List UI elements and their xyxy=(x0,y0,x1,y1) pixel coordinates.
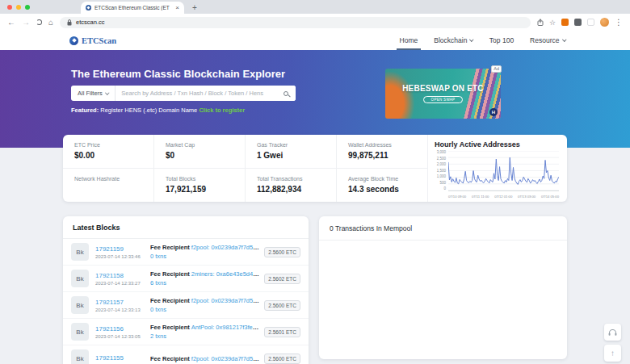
nav-item-label: Top 100 xyxy=(489,36,514,44)
hero-section: The Ethereum Classic Blockchain Explorer… xyxy=(0,50,630,148)
bookmark-star-icon[interactable]: ☆ xyxy=(549,19,556,27)
fee-recipient-link[interactable]: f2pool: 0x0239da7f7d5af4c... xyxy=(191,244,259,251)
search-button[interactable] xyxy=(276,86,296,101)
main-nav: Home Blockchain Top 100 Resource xyxy=(400,31,565,50)
x-tick-label: 07/10 09:00 xyxy=(448,195,466,199)
new-tab-button[interactable]: + xyxy=(192,3,197,14)
etcscan-logo-text: ETCScan xyxy=(82,36,116,45)
profile-avatar[interactable] xyxy=(600,18,609,27)
nav-item-label: Resource xyxy=(530,36,559,44)
x-tick-label: 07/11 11:00 xyxy=(472,195,489,199)
featured-register-link[interactable]: Click to register xyxy=(199,107,245,114)
stat-cell: Wallet Addresses 99,875,211 xyxy=(337,135,428,169)
page-title: The Ethereum Classic Blockchain Explorer xyxy=(71,68,285,80)
block-timestamp: 2023-07-14 12:33:13 xyxy=(95,308,147,312)
block-number-link[interactable]: 17921155 xyxy=(95,354,147,362)
fee-recipient-label: Fee Recipient xyxy=(150,297,191,304)
chrome-menu-icon[interactable]: ⋮ xyxy=(615,19,623,27)
headset-icon xyxy=(608,328,617,337)
stat-label: Market Cap xyxy=(166,142,242,148)
block-txns-link[interactable]: 0 txns xyxy=(150,306,259,313)
fee-recipient-link[interactable]: f2pool: 0x0239da7f7d5af4c... xyxy=(191,355,259,362)
block-row: Bk 17921159 2023-07-14 12:33:46 Fee Reci… xyxy=(63,239,309,266)
stat-cell: Market Cap $0 xyxy=(154,135,246,169)
block-reward-badge: 2.5600 ETC xyxy=(264,354,300,364)
browser-tab-strip: ETCScan Ethereum Classic (ET × + xyxy=(0,0,630,14)
chart-x-axis: 07/10 09:0007/11 11:0007/12 01:0007/13 0… xyxy=(448,191,559,199)
chart-y-axis: 3,0002,5002,0001,5001,0005000 xyxy=(435,151,448,199)
stat-value: 17,921,159 xyxy=(166,185,242,194)
block-txns-link[interactable]: 6 txns xyxy=(150,279,259,287)
block-icon: Bk xyxy=(71,243,89,261)
fee-recipient-label: Fee Recipient xyxy=(150,270,191,278)
latest-blocks-title: Latest Blocks xyxy=(63,216,309,239)
window-controls[interactable] xyxy=(7,5,30,10)
hourly-active-addresses-chart: Hourly Active Addresses 3,0002,5002,0001… xyxy=(428,135,567,202)
stat-label: Gas Tracker xyxy=(257,142,333,148)
sidebar-icon[interactable] xyxy=(587,19,594,26)
hebeswap-logo: H xyxy=(489,108,498,116)
nav-item-top-100[interactable]: Top 100 xyxy=(489,31,514,50)
chart-title: Hourly Active Addresses xyxy=(435,140,559,149)
open-swap-button[interactable]: OPEN SWAP xyxy=(423,96,464,103)
reload-icon[interactable] xyxy=(36,19,42,25)
ad-badge: Ad xyxy=(491,65,502,73)
fee-recipient-label: Fee Recipient xyxy=(150,244,191,251)
block-txns-link[interactable]: 0 txns xyxy=(150,253,259,260)
block-icon: Bk xyxy=(71,296,89,314)
latest-blocks-panel: Latest Blocks Bk 17921159 2023-07-14 12:… xyxy=(63,216,309,364)
url-bar[interactable]: etcscan.cc xyxy=(60,17,531,28)
close-tab-icon[interactable]: × xyxy=(175,5,179,11)
home-icon[interactable]: ⌂ xyxy=(48,19,53,27)
stat-label: ETC Price xyxy=(74,142,150,148)
chevron-down-icon xyxy=(562,38,566,42)
stat-value: $0.00 xyxy=(74,151,150,160)
fee-recipient-link[interactable]: f2pool: 0x0239da7f7d5af4c... xyxy=(191,297,259,304)
stat-label: Average Block Time xyxy=(348,176,424,182)
nav-item-blockchain[interactable]: Blockchain xyxy=(434,31,473,50)
fee-recipient-link[interactable]: AntPool: 0x981217f3fec2cd... xyxy=(191,324,259,331)
stat-value: 99,875,211 xyxy=(348,151,424,160)
extension-icon[interactable] xyxy=(561,19,569,26)
block-number-link[interactable]: 17921156 xyxy=(95,325,147,333)
fee-recipient-link[interactable]: 2miners: 0xa6e43e5d497ce... xyxy=(191,270,259,278)
etcscan-logo[interactable]: ETCScan xyxy=(69,31,116,50)
block-timestamp: 2023-07-14 12:33:05 xyxy=(95,334,147,339)
y-tick-label: 2,000 xyxy=(437,163,446,167)
forward-icon[interactable]: → xyxy=(22,19,30,27)
x-tick-label: 07/14 05:00 xyxy=(541,195,559,199)
back-to-top-button[interactable]: ↑ xyxy=(604,345,621,362)
search-input[interactable] xyxy=(116,90,276,97)
hebeswap-ad-banner[interactable]: HEBESWAP ON ETC OPEN SWAP H xyxy=(385,69,501,119)
all-filters-dropdown[interactable]: All Filters xyxy=(71,86,116,101)
block-reward-badge: 2.5602 ETC xyxy=(264,274,300,284)
share-icon[interactable] xyxy=(537,19,544,26)
all-filters-label: All Filters xyxy=(78,90,103,97)
chart-plot-area xyxy=(448,151,559,191)
back-icon[interactable]: ← xyxy=(7,19,15,27)
block-timestamp: 2023-07-14 12:33:46 xyxy=(95,254,147,259)
block-txns-link[interactable]: 2 txns xyxy=(150,333,259,340)
close-window-button[interactable] xyxy=(7,5,12,10)
minimize-window-button[interactable] xyxy=(16,5,21,10)
browser-tab[interactable]: ETCScan Ethereum Classic (ET × xyxy=(81,2,184,14)
support-button[interactable] xyxy=(604,324,621,341)
block-number-link[interactable]: 17921159 xyxy=(95,245,147,253)
stat-cell: ETC Price $0.00 xyxy=(63,135,154,169)
block-row: Bk 17921157 2023-07-14 12:33:13 Fee Reci… xyxy=(63,292,309,319)
extensions-puzzle-icon[interactable] xyxy=(574,19,582,26)
maximize-window-button[interactable] xyxy=(25,5,30,10)
nav-item-resource[interactable]: Resource xyxy=(530,31,565,50)
block-number-link[interactable]: 17921158 xyxy=(95,272,147,279)
block-number-link[interactable]: 17921157 xyxy=(95,299,147,306)
chart-line-svg xyxy=(448,151,559,190)
stat-value: 112,882,934 xyxy=(257,185,333,194)
nav-item-label: Blockchain xyxy=(434,36,467,44)
block-reward-badge: 2.5600 ETC xyxy=(264,300,300,311)
block-reward-badge: 2.5600 ETC xyxy=(264,247,300,257)
y-tick-label: 1,000 xyxy=(437,175,446,179)
y-tick-label: 2,500 xyxy=(437,157,446,161)
nav-item-home[interactable]: Home xyxy=(400,31,418,50)
block-row: Bk 17921158 2023-07-14 12:33:27 Fee Reci… xyxy=(63,266,309,292)
fee-recipient-label: Fee Recipient xyxy=(150,355,191,362)
